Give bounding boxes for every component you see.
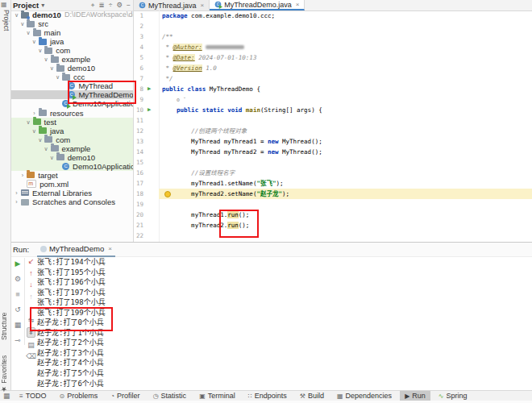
tool-button-structure[interactable]: Structure: [0, 290, 10, 340]
code-line-22[interactable]: 22: [134, 231, 532, 241]
jump-to-end-icon[interactable]: ↙: [28, 257, 35, 266]
code-line-11[interactable]: 11: [134, 115, 532, 126]
editor-tab-mythread-java[interactable]: CMyThread.java×: [134, 0, 210, 10]
layout-grid-icon[interactable]: ▦: [15, 321, 22, 330]
settings-gear-icon[interactable]: ⚙: [116, 0, 123, 10]
tree-item-mythreaddemo[interactable]: CMyThreadDemo: [10, 90, 133, 99]
bottom-bar-item-spring[interactable]: ∿Spring: [434, 391, 472, 401]
chevron-down-icon[interactable]: ∨: [24, 28, 33, 37]
bottom-bar-item-todo[interactable]: ≡TODO: [15, 391, 52, 401]
edit-configuration-wrench-icon[interactable]: ⚙: [15, 275, 21, 284]
stop-icon[interactable]: ■: [15, 290, 19, 299]
code-line-8[interactable]: 8▶public class MyThreadDemo {: [134, 84, 532, 94]
collapse-all-icon[interactable]: ÷: [109, 0, 113, 10]
tree-item-target[interactable]: ›target: [10, 171, 133, 180]
code-line-9[interactable]: 9 ⚙ ˇ: [134, 94, 532, 105]
tree-item-demo10[interactable]: ∨demo10D:\IDEAWorkspace\demo10: [10, 10, 133, 19]
editor-tab-mythreaddemo-java[interactable]: CMyThreadDemo.java×: [210, 0, 305, 10]
chevron-right-icon[interactable]: ›: [12, 197, 21, 206]
code-line-3[interactable]: 3/**: [134, 31, 532, 42]
close-icon[interactable]: ×: [296, 1, 300, 8]
scroll-to-end-icon[interactable]: ↡: [27, 327, 36, 338]
chevron-right-icon[interactable]: ›: [18, 171, 27, 180]
code-line-20[interactable]: 20 myThread1.run();: [134, 210, 532, 220]
code-line-1[interactable]: 1package com.example.demo10.ccc;: [134, 10, 532, 21]
project-panel-title[interactable]: Project: [13, 1, 39, 10]
locate-file-icon[interactable]: ⌖: [91, 0, 95, 10]
chevron-down-icon[interactable]: ∨: [53, 73, 62, 81]
code-line-12[interactable]: 12 //创建两个线程对象: [134, 126, 532, 136]
run-tab-mythreaddemo[interactable]: MyThreadDemo ×: [37, 243, 115, 257]
chevron-down-icon[interactable]: ∨: [12, 10, 21, 19]
code-line-2[interactable]: 2: [134, 21, 532, 31]
soft-wrap-icon[interactable]: ⇋: [28, 316, 35, 325]
down-stack-trace-icon[interactable]: ↓: [29, 280, 33, 289]
tree-item-resources[interactable]: ›resources: [10, 109, 133, 118]
code-line-14[interactable]: 14 MyThread myThread2 = new MyThread();: [134, 147, 532, 157]
tree-item-demo10applicationtests[interactable]: CDemo10ApplicationTests: [10, 162, 133, 171]
tree-item-com[interactable]: ∨com: [10, 135, 133, 144]
chevron-down-icon[interactable]: ∨: [42, 55, 51, 64]
tool-button-favorites[interactable]: ★ Favorites: [0, 343, 10, 393]
chevron-down-icon[interactable]: ∨: [30, 37, 39, 46]
chevron-down-icon[interactable]: ∨: [18, 19, 27, 28]
tree-item-java[interactable]: ∨java: [10, 37, 133, 46]
code-line-18[interactable]: 18 myThread2.setName("赵子龙");: [134, 189, 532, 199]
chevron-down-icon[interactable]: ∨: [42, 144, 51, 153]
code-line-7[interactable]: 7 */: [134, 73, 532, 84]
tree-item-demo10[interactable]: ∨demo10: [10, 64, 133, 73]
restore-layout-icon[interactable]: ↺: [15, 305, 21, 314]
chevron-down-icon[interactable]: ∨: [35, 46, 44, 55]
chevron-down-icon[interactable]: ∨: [30, 127, 39, 135]
code-line-15[interactable]: 15: [134, 157, 532, 168]
tree-item-main[interactable]: ∨main: [10, 28, 133, 37]
tree-item-src[interactable]: ∨src: [10, 19, 133, 28]
code-line-5[interactable]: 5 * @Date: 2024-07-01-10:13: [134, 52, 532, 63]
tree-item-example[interactable]: ∨example: [10, 144, 133, 153]
bottom-bar-item-terminal[interactable]: ▣Terminal: [194, 391, 240, 401]
run-gutter-icon[interactable]: ▶: [148, 84, 151, 94]
bottom-bar-item-endpoints[interactable]: ∷Endpoints: [243, 391, 292, 401]
hide-panel-icon[interactable]: −: [127, 0, 131, 10]
tree-item-ccc[interactable]: ∨ccc: [10, 73, 133, 81]
bottom-bar-item-statistic[interactable]: ◷Statistic: [148, 391, 192, 401]
bottom-bar-item-build[interactable]: ⚒Build: [295, 391, 329, 401]
tree-item-example[interactable]: ∨example: [10, 55, 133, 64]
chevron-right-icon[interactable]: ›: [12, 189, 21, 197]
tree-item-demo10application[interactable]: CDemo10Application: [10, 99, 133, 108]
code-line-17[interactable]: 17 myThread1.setName("张飞");: [134, 178, 532, 189]
code-line-4[interactable]: 4 * @Author:: [134, 42, 532, 52]
close-icon[interactable]: ×: [108, 245, 112, 252]
tree-item-test[interactable]: ∨test: [10, 118, 133, 127]
rerun-icon[interactable]: ▶: [15, 260, 21, 268]
tree-item-pom-xml[interactable]: pom.xml: [10, 180, 133, 189]
tree-item-scratches-and-consoles[interactable]: ›Scratches and Consoles: [10, 197, 133, 206]
chevron-down-icon[interactable]: ∨: [35, 135, 44, 144]
code-line-13[interactable]: 13 MyThread myThread1 = new MyThread();: [134, 136, 532, 147]
tree-item-mythread[interactable]: CMyThread: [10, 81, 133, 90]
expand-all-icon[interactable]: ≣: [99, 0, 105, 10]
chevron-down-icon[interactable]: ▾: [41, 2, 44, 9]
pin-tab-icon[interactable]: ⊸: [15, 336, 21, 345]
tool-button-project[interactable]: Project: [0, 10, 10, 31]
prev-message-icon[interactable]: ↑: [29, 293, 33, 301]
close-icon[interactable]: ×: [201, 2, 205, 9]
bottom-bar-item-dependencies[interactable]: ▦Dependencies: [332, 391, 397, 401]
next-message-icon[interactable]: ↓: [29, 304, 33, 313]
chevron-down-icon[interactable]: ∨: [48, 64, 56, 73]
chevron-down-icon[interactable]: ∨: [48, 153, 56, 162]
up-stack-trace-icon[interactable]: ↑: [29, 269, 33, 278]
code-line-21[interactable]: 21 myThread2.run();: [134, 220, 532, 231]
code-line-19[interactable]: 19: [134, 199, 532, 210]
tree-item-external-libraries[interactable]: ›External Libraries: [10, 189, 133, 197]
clear-all-icon[interactable]: ⌫: [26, 352, 36, 361]
code-line-6[interactable]: 6 * @Version 1.0: [134, 63, 532, 73]
print-icon[interactable]: ▤: [27, 341, 35, 350]
tree-item-com[interactable]: ∨com: [10, 46, 133, 55]
code-editor[interactable]: 1package com.example.demo10.ccc;23/**4 *…: [134, 10, 532, 242]
chevron-right-icon[interactable]: ›: [30, 109, 39, 118]
bottom-bar-item-profiler[interactable]: ◔Profiler: [106, 391, 144, 401]
code-line-10[interactable]: 10▶ public static void main(String[] arg…: [134, 105, 532, 115]
run-gutter-icon[interactable]: ▶: [148, 105, 151, 115]
code-line-16[interactable]: 16 //设置线程名字: [134, 168, 532, 178]
